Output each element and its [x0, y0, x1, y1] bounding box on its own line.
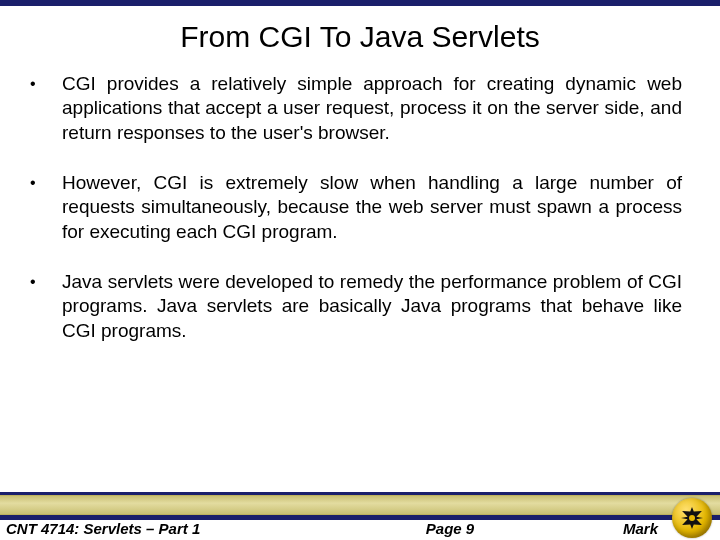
bullet-marker: •	[24, 270, 62, 343]
bullet-marker: •	[24, 171, 62, 244]
bullet-text: CGI provides a relatively simple approac…	[62, 72, 682, 145]
bullet-marker: •	[24, 72, 62, 145]
slide-body: • CGI provides a relatively simple appro…	[0, 72, 720, 540]
slide-title: From CGI To Java Servlets	[0, 20, 720, 54]
footer-page-number: Page 9	[0, 520, 720, 537]
bullet-text: Java servlets were developed to remedy t…	[62, 270, 682, 343]
bullet-item: • Java servlets were developed to remedy…	[24, 270, 682, 343]
footer-content: CNT 4714: Servlets – Part 1 Page 9 Mark	[0, 518, 720, 538]
bullet-text: However, CGI is extremely slow when hand…	[62, 171, 682, 244]
slide: From CGI To Java Servlets • CGI provides…	[0, 0, 720, 540]
ucf-logo-icon	[672, 498, 712, 538]
footer-band	[0, 495, 720, 515]
slide-footer: CNT 4714: Servlets – Part 1 Page 9 Mark	[0, 492, 720, 540]
bullet-item: • However, CGI is extremely slow when ha…	[24, 171, 682, 244]
footer-right-text: Mark	[623, 520, 658, 537]
bullet-item: • CGI provides a relatively simple appro…	[24, 72, 682, 145]
